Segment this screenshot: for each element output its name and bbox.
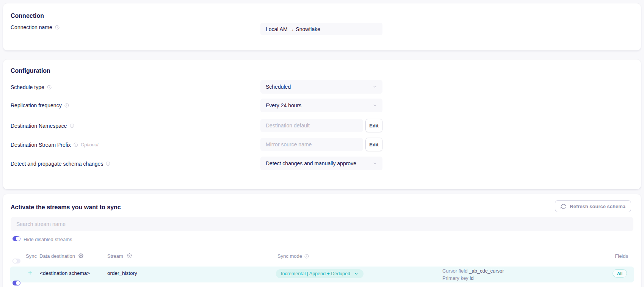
chevron-down-icon — [373, 161, 377, 166]
sync-mode-selector[interactable]: Incremental | Append + Deduped — [276, 269, 364, 278]
info-icon[interactable] — [64, 103, 69, 108]
info-icon[interactable] — [55, 25, 60, 30]
connection-name-label: Connection name — [11, 24, 60, 30]
destination-stream-prefix-label: Destination Stream Prefix Optional — [11, 142, 98, 148]
gear-icon[interactable] — [127, 253, 132, 258]
connection-card-title: Connection — [11, 13, 44, 19]
info-icon[interactable] — [304, 254, 309, 259]
stream-sync-toggle[interactable] — [13, 281, 20, 285]
optional-hint: Optional — [81, 142, 99, 147]
hide-disabled-streams-toggle[interactable] — [13, 236, 20, 241]
schedule-type-label: Schedule type — [11, 84, 52, 90]
toggle-knob — [16, 281, 20, 285]
destination-stream-prefix-input[interactable] — [260, 138, 363, 151]
connection-card: Connection Connection name — [3, 3, 641, 50]
schema-changes-dropdown[interactable]: Detect changes and manually approve — [260, 157, 382, 170]
toggle-knob — [13, 259, 17, 263]
stream-destination-schema[interactable]: <destination schema> — [40, 270, 90, 276]
chevron-down-icon — [373, 103, 377, 108]
info-icon[interactable] — [70, 124, 74, 128]
streams-card-title: Activate the streams you want to sync — [11, 204, 121, 211]
sync-mode-details: Cursor field _ab_cdc_cursor Primary key … — [442, 267, 504, 282]
gear-icon[interactable] — [78, 253, 83, 258]
column-header-sync: Sync — [26, 253, 37, 259]
toggle-knob — [16, 237, 20, 241]
plus-icon[interactable] — [27, 270, 33, 276]
column-header-stream: Stream — [107, 253, 123, 259]
refresh-source-schema-button[interactable]: Refresh source schema — [555, 200, 631, 212]
primary-key-row: Primary key id — [442, 274, 504, 282]
configuration-card-title: Configuration — [11, 67, 50, 74]
destination-stream-prefix-edit-button[interactable]: Edit — [365, 138, 382, 151]
info-icon[interactable] — [47, 85, 52, 89]
sync-all-toggle[interactable] — [13, 259, 20, 263]
info-icon[interactable] — [106, 162, 110, 166]
fields-all-badge[interactable]: All — [613, 269, 627, 278]
destination-namespace-label: Destination Namespace — [11, 123, 74, 129]
destination-namespace-edit-button[interactable]: Edit — [365, 119, 382, 132]
chevron-down-icon — [373, 85, 377, 89]
column-header-sync-mode: Sync mode — [277, 253, 309, 259]
column-header-data-destination: Data destination — [39, 253, 75, 259]
cursor-field-row: Cursor field _ab_cdc_cursor — [442, 267, 504, 274]
configuration-card: Configuration Schedule type Scheduled Re… — [3, 60, 641, 189]
search-stream-input[interactable] — [11, 217, 633, 231]
streams-card: Activate the streams you want to sync Re… — [3, 194, 641, 287]
info-icon[interactable] — [74, 143, 78, 147]
chevron-down-icon — [354, 271, 359, 276]
connection-name-input[interactable] — [260, 23, 382, 35]
schema-changes-label: Detect and propagate schema changes — [11, 161, 110, 167]
column-header-fields: Fields — [615, 253, 628, 259]
destination-namespace-input[interactable] — [260, 119, 363, 132]
refresh-icon — [561, 204, 566, 209]
stream-name: order_history — [107, 270, 137, 276]
replication-frequency-dropdown[interactable]: Every 24 hours — [260, 99, 382, 112]
schedule-type-dropdown[interactable]: Scheduled — [260, 80, 382, 94]
replication-frequency-label: Replication frequency — [11, 102, 69, 108]
hide-disabled-streams-label: Hide disabled streams — [24, 237, 72, 242]
